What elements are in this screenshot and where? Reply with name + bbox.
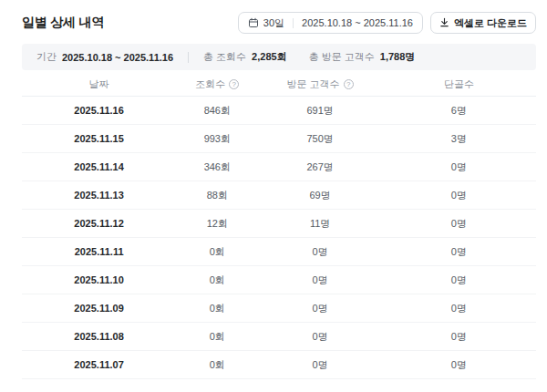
table-row: 2025.11.16 846회 691명 6명 [22, 97, 536, 125]
help-icon[interactable]: ? [229, 79, 239, 89]
cell-views: 846회 [176, 104, 258, 118]
cell-date: 2025.11.14 [22, 161, 176, 172]
cell-regulars: 0명 [382, 358, 536, 372]
total-views-value: 2,285회 [252, 50, 287, 64]
chip-divider [293, 18, 294, 28]
cell-date: 2025.11.13 [22, 190, 176, 201]
cell-date: 2025.11.09 [22, 303, 176, 314]
cell-date: 2025.11.16 [22, 105, 176, 116]
table-row: 2025.11.12 12회 11명 0명 [22, 210, 536, 238]
cell-views: 88회 [176, 189, 258, 202]
cell-visitors: 0명 [258, 302, 381, 315]
cell-visitors: 11명 [258, 217, 381, 231]
cell-date: 2025.11.10 [22, 274, 176, 285]
column-header-views: 조회수 ? [176, 77, 258, 91]
cell-visitors: 750명 [258, 132, 381, 146]
cell-date: 2025.11.11 [22, 246, 176, 257]
cell-visitors: 0명 [258, 330, 381, 344]
cell-views: 0회 [176, 273, 258, 287]
cell-regulars: 0명 [382, 160, 536, 174]
cell-date: 2025.11.12 [22, 218, 176, 229]
column-header-visitors: 방문 고객수 ? [258, 77, 381, 91]
total-visitors-label: 총 방문 고객수 [309, 50, 375, 64]
cell-date: 2025.11.08 [22, 331, 176, 342]
cell-regulars: 0명 [382, 302, 536, 315]
table-row: 2025.11.08 0회 0명 0명 [22, 323, 536, 351]
column-header-label: 조회수 [195, 77, 225, 91]
page-title: 일별 상세 내역 [22, 15, 104, 31]
cell-visitors: 0명 [258, 358, 381, 372]
period-days-label: 30일 [263, 16, 284, 30]
excel-download-label: 엑셀로 다운로드 [454, 16, 527, 30]
cell-views: 12회 [176, 217, 258, 231]
cell-regulars: 0명 [382, 273, 536, 287]
column-header-regulars: 단골수 [382, 77, 536, 91]
table-row: 2025.11.15 993회 750명 3명 [22, 125, 536, 153]
page-header: 일별 상세 내역 30일 2025.10.18 ~ 2025.11.16 [22, 11, 536, 35]
cell-regulars: 0명 [382, 217, 536, 231]
column-header-label: 단골수 [444, 77, 474, 91]
table-row: 2025.11.09 0회 0명 0명 [22, 294, 536, 323]
cell-regulars: 3명 [382, 132, 536, 146]
daily-table: 날짜 조회수 ? 방문 고객수 ? 단골수 2025.11.16 846회 69… [22, 72, 536, 379]
cell-views: 993회 [176, 132, 258, 146]
column-header-label: 방문 고객수 [287, 77, 340, 91]
cell-views: 0회 [176, 302, 258, 315]
period-selector[interactable]: 30일 2025.10.18 ~ 2025.11.16 [238, 12, 423, 34]
table-row: 2025.11.14 346회 267명 0명 [22, 153, 536, 181]
header-controls: 30일 2025.10.18 ~ 2025.11.16 엑셀로 다운로드 [238, 12, 536, 34]
table-body: 2025.11.16 846회 691명 6명 2025.11.15 993회 … [22, 97, 536, 379]
cell-regulars: 0명 [382, 189, 536, 202]
period-range-label: 2025.10.18 ~ 2025.11.16 [302, 17, 413, 28]
period-label: 기간 [36, 50, 57, 64]
total-visitors-value: 1,788명 [380, 50, 416, 64]
download-icon [439, 17, 449, 29]
daily-detail-page: 일별 상세 내역 30일 2025.10.18 ~ 2025.11.16 [0, 0, 547, 379]
cell-visitors: 69명 [258, 189, 381, 202]
cell-views: 346회 [176, 160, 258, 174]
period-value: 2025.10.18 ~ 2025.11.16 [62, 52, 173, 63]
calendar-icon [248, 17, 259, 28]
table-row: 2025.11.11 0회 0명 0명 [22, 238, 536, 266]
cell-date: 2025.11.07 [22, 359, 176, 370]
cell-date: 2025.11.15 [22, 133, 176, 144]
cell-views: 0회 [176, 358, 258, 372]
column-header-date: 날짜 [22, 77, 176, 91]
cell-views: 0회 [176, 330, 258, 344]
excel-download-button[interactable]: 엑셀로 다운로드 [430, 12, 536, 34]
column-header-label: 날짜 [89, 77, 109, 91]
summary-divider [188, 52, 189, 63]
cell-visitors: 0명 [258, 273, 381, 287]
table-row: 2025.11.13 88회 69명 0명 [22, 181, 536, 210]
table-row: 2025.11.07 0회 0명 0명 [22, 351, 536, 379]
table-row: 2025.11.10 0회 0명 0명 [22, 266, 536, 294]
table-header-row: 날짜 조회수 ? 방문 고객수 ? 단골수 [22, 72, 536, 97]
help-icon[interactable]: ? [344, 79, 354, 89]
cell-visitors: 691명 [258, 104, 381, 118]
cell-regulars: 0명 [382, 330, 536, 344]
cell-visitors: 0명 [258, 245, 381, 259]
summary-bar: 기간 2025.10.18 ~ 2025.11.16 총 조회수 2,285회 … [22, 44, 536, 70]
cell-visitors: 267명 [258, 160, 381, 174]
cell-regulars: 0명 [382, 245, 536, 259]
cell-views: 0회 [176, 245, 258, 259]
cell-regulars: 6명 [382, 104, 536, 118]
total-views-label: 총 조회수 [203, 50, 246, 64]
